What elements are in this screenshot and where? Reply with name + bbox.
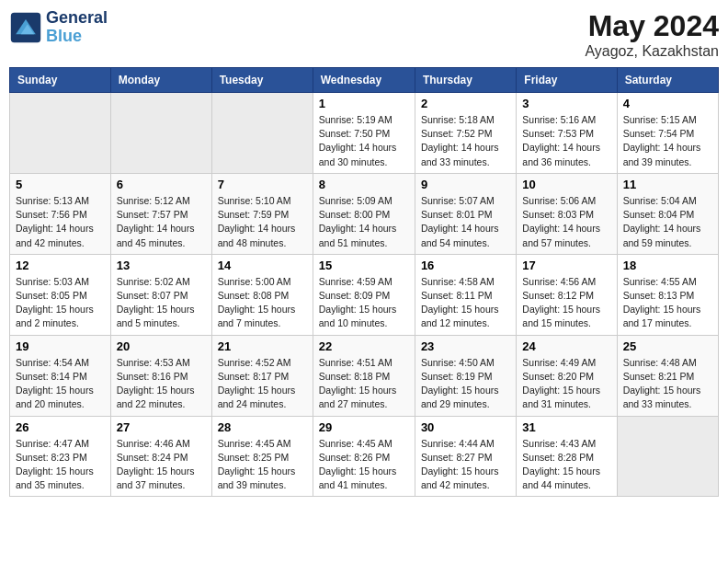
calendar-cell: 16Sunrise: 4:58 AM Sunset: 8:11 PM Dayli…: [415, 254, 516, 335]
day-number: 11: [623, 178, 712, 191]
day-info: Sunrise: 4:52 AM Sunset: 8:17 PM Dayligh…: [218, 356, 307, 412]
page-header: General Blue May 2024 Ayagoz, Kazakhstan: [9, 9, 719, 60]
day-info: Sunrise: 5:10 AM Sunset: 7:59 PM Dayligh…: [218, 194, 307, 250]
day-number: 14: [218, 259, 307, 272]
day-number: 6: [117, 178, 206, 191]
day-number: 13: [117, 259, 206, 272]
calendar-cell: 30Sunrise: 4:44 AM Sunset: 8:27 PM Dayli…: [415, 416, 516, 497]
day-info: Sunrise: 5:02 AM Sunset: 8:07 PM Dayligh…: [117, 275, 206, 331]
calendar-cell: 25Sunrise: 4:48 AM Sunset: 8:21 PM Dayli…: [617, 335, 718, 416]
day-number: 30: [421, 420, 510, 434]
weekday-header-wednesday: Wednesday: [313, 68, 415, 93]
calendar-cell: [10, 93, 111, 174]
day-info: Sunrise: 5:15 AM Sunset: 7:54 PM Dayligh…: [623, 113, 712, 169]
calendar-cell: 29Sunrise: 4:45 AM Sunset: 8:26 PM Dayli…: [313, 416, 415, 497]
day-info: Sunrise: 4:51 AM Sunset: 8:18 PM Dayligh…: [319, 356, 409, 412]
day-number: 16: [421, 259, 510, 272]
calendar-cell: [110, 93, 211, 174]
calendar-cell: 20Sunrise: 4:53 AM Sunset: 8:16 PM Dayli…: [110, 335, 211, 416]
day-info: Sunrise: 4:48 AM Sunset: 8:21 PM Dayligh…: [623, 356, 712, 412]
day-info: Sunrise: 4:53 AM Sunset: 8:16 PM Dayligh…: [117, 356, 206, 412]
day-info: Sunrise: 5:06 AM Sunset: 8:03 PM Dayligh…: [522, 194, 610, 250]
logo-text: General Blue: [46, 9, 108, 46]
day-number: 22: [319, 339, 409, 353]
day-info: Sunrise: 4:50 AM Sunset: 8:19 PM Dayligh…: [421, 356, 510, 412]
calendar-cell: 31Sunrise: 4:43 AM Sunset: 8:28 PM Dayli…: [517, 416, 617, 497]
day-number: 29: [319, 420, 409, 434]
day-number: 18: [623, 259, 712, 272]
day-info: Sunrise: 4:44 AM Sunset: 8:27 PM Dayligh…: [421, 437, 510, 493]
logo: General Blue: [9, 9, 108, 46]
day-info: Sunrise: 4:58 AM Sunset: 8:11 PM Dayligh…: [421, 275, 510, 331]
calendar-cell: 5Sunrise: 5:13 AM Sunset: 7:56 PM Daylig…: [10, 173, 111, 254]
day-number: 23: [421, 339, 510, 353]
day-info: Sunrise: 4:45 AM Sunset: 8:25 PM Dayligh…: [218, 437, 307, 493]
day-info: Sunrise: 5:03 AM Sunset: 8:05 PM Dayligh…: [16, 275, 105, 331]
calendar-cell: 11Sunrise: 5:04 AM Sunset: 8:04 PM Dayli…: [617, 173, 718, 254]
calendar-table: SundayMondayTuesdayWednesdayThursdayFrid…: [9, 67, 719, 497]
calendar-cell: 24Sunrise: 4:49 AM Sunset: 8:20 PM Dayli…: [517, 335, 617, 416]
calendar-cell: 8Sunrise: 5:09 AM Sunset: 8:00 PM Daylig…: [313, 173, 415, 254]
weekday-header-sunday: Sunday: [10, 68, 111, 93]
logo-icon: [9, 11, 42, 44]
day-number: 17: [522, 259, 610, 272]
calendar-cell: 17Sunrise: 4:56 AM Sunset: 8:12 PM Dayli…: [517, 254, 617, 335]
day-number: 7: [218, 178, 307, 191]
day-info: Sunrise: 5:16 AM Sunset: 7:53 PM Dayligh…: [522, 113, 610, 169]
title-block: May 2024 Ayagoz, Kazakhstan: [585, 9, 719, 60]
day-info: Sunrise: 5:00 AM Sunset: 8:08 PM Dayligh…: [218, 275, 307, 331]
calendar-cell: 26Sunrise: 4:47 AM Sunset: 8:23 PM Dayli…: [10, 416, 111, 497]
calendar-cell: 28Sunrise: 4:45 AM Sunset: 8:25 PM Dayli…: [211, 416, 313, 497]
calendar-cell: 10Sunrise: 5:06 AM Sunset: 8:03 PM Dayli…: [517, 173, 617, 254]
calendar-cell: 7Sunrise: 5:10 AM Sunset: 7:59 PM Daylig…: [211, 173, 313, 254]
calendar-week-row: 26Sunrise: 4:47 AM Sunset: 8:23 PM Dayli…: [10, 416, 719, 497]
day-info: Sunrise: 4:49 AM Sunset: 8:20 PM Dayligh…: [522, 356, 610, 412]
day-info: Sunrise: 5:19 AM Sunset: 7:50 PM Dayligh…: [319, 113, 409, 169]
day-info: Sunrise: 5:12 AM Sunset: 7:57 PM Dayligh…: [117, 194, 206, 250]
day-number: 10: [522, 178, 610, 191]
calendar-cell: 6Sunrise: 5:12 AM Sunset: 7:57 PM Daylig…: [110, 173, 211, 254]
calendar-cell: 2Sunrise: 5:18 AM Sunset: 7:52 PM Daylig…: [415, 93, 516, 174]
calendar-cell: 12Sunrise: 5:03 AM Sunset: 8:05 PM Dayli…: [10, 254, 111, 335]
logo-line2: Blue: [46, 28, 108, 46]
calendar-cell: 14Sunrise: 5:00 AM Sunset: 8:08 PM Dayli…: [211, 254, 313, 335]
day-number: 12: [16, 259, 105, 272]
day-number: 28: [218, 420, 307, 434]
calendar-cell: 4Sunrise: 5:15 AM Sunset: 7:54 PM Daylig…: [617, 93, 718, 174]
logo-line1: General: [46, 9, 108, 28]
day-number: 5: [16, 178, 105, 191]
day-number: 1: [319, 97, 409, 110]
calendar-cell: 27Sunrise: 4:46 AM Sunset: 8:24 PM Dayli…: [110, 416, 211, 497]
weekday-header-friday: Friday: [517, 68, 617, 93]
location-title: Ayagoz, Kazakhstan: [585, 43, 719, 60]
day-number: 31: [522, 420, 610, 434]
day-number: 26: [16, 420, 105, 434]
calendar-week-row: 19Sunrise: 4:54 AM Sunset: 8:14 PM Dayli…: [10, 335, 719, 416]
calendar-cell: [617, 416, 718, 497]
day-number: 8: [319, 178, 409, 191]
day-number: 25: [623, 339, 712, 353]
calendar-cell: 18Sunrise: 4:55 AM Sunset: 8:13 PM Dayli…: [617, 254, 718, 335]
weekday-header-thursday: Thursday: [415, 68, 516, 93]
calendar-cell: 21Sunrise: 4:52 AM Sunset: 8:17 PM Dayli…: [211, 335, 313, 416]
day-info: Sunrise: 5:18 AM Sunset: 7:52 PM Dayligh…: [421, 113, 510, 169]
day-info: Sunrise: 4:43 AM Sunset: 8:28 PM Dayligh…: [522, 437, 610, 493]
day-info: Sunrise: 4:55 AM Sunset: 8:13 PM Dayligh…: [623, 275, 712, 331]
calendar-cell: 19Sunrise: 4:54 AM Sunset: 8:14 PM Dayli…: [10, 335, 111, 416]
weekday-header-tuesday: Tuesday: [211, 68, 313, 93]
day-info: Sunrise: 4:56 AM Sunset: 8:12 PM Dayligh…: [522, 275, 610, 331]
calendar-cell: 13Sunrise: 5:02 AM Sunset: 8:07 PM Dayli…: [110, 254, 211, 335]
weekday-header-row: SundayMondayTuesdayWednesdayThursdayFrid…: [10, 68, 719, 93]
calendar-cell: 9Sunrise: 5:07 AM Sunset: 8:01 PM Daylig…: [415, 173, 516, 254]
calendar-cell: 1Sunrise: 5:19 AM Sunset: 7:50 PM Daylig…: [313, 93, 415, 174]
day-info: Sunrise: 5:04 AM Sunset: 8:04 PM Dayligh…: [623, 194, 712, 250]
calendar-cell: [211, 93, 313, 174]
day-number: 15: [319, 259, 409, 272]
weekday-header-saturday: Saturday: [617, 68, 718, 93]
day-number: 20: [117, 339, 206, 353]
day-number: 21: [218, 339, 307, 353]
weekday-header-monday: Monday: [110, 68, 211, 93]
day-number: 2: [421, 97, 510, 110]
calendar-cell: 22Sunrise: 4:51 AM Sunset: 8:18 PM Dayli…: [313, 335, 415, 416]
calendar-week-row: 12Sunrise: 5:03 AM Sunset: 8:05 PM Dayli…: [10, 254, 719, 335]
